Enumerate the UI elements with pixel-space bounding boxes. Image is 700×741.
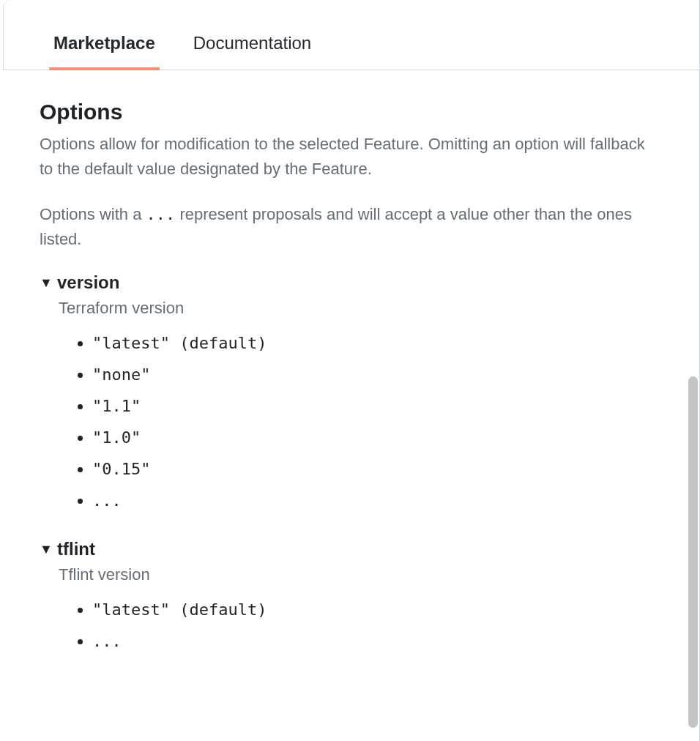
option-value-text: "0.15" bbox=[92, 460, 150, 478]
scrollbar-thumb[interactable] bbox=[688, 376, 698, 728]
content-area: Options Options allow for modification t… bbox=[0, 70, 699, 741]
desc2-pre: Options with a bbox=[40, 205, 146, 223]
tab-marketplace[interactable]: Marketplace bbox=[53, 20, 155, 70]
option-value-text: ... bbox=[92, 632, 122, 650]
tab-documentation[interactable]: Documentation bbox=[193, 20, 311, 70]
option-value: "latest" (default) bbox=[92, 328, 660, 360]
option-version-desc: Terraform version bbox=[59, 299, 660, 318]
option-value: "0.15" bbox=[92, 454, 660, 485]
page-root: Marketplace Documentation Options Option… bbox=[0, 0, 700, 741]
option-tflint-values: "latest" (default) ... bbox=[78, 595, 660, 658]
option-value: "latest" (default) bbox=[92, 595, 660, 626]
option-value: ... bbox=[92, 485, 660, 517]
option-value: "1.0" bbox=[92, 422, 660, 454]
option-value-text: "latest" bbox=[92, 600, 170, 619]
option-version-toggle[interactable]: ▼ version bbox=[40, 272, 660, 293]
tab-bar: Marketplace Documentation bbox=[3, 0, 699, 70]
option-tflint: ▼ tflint Tflint version "latest" (defaul… bbox=[40, 539, 660, 658]
desc2-code: ... bbox=[146, 205, 176, 223]
option-tflint-title: tflint bbox=[57, 539, 95, 559]
option-value: "none" bbox=[92, 360, 660, 391]
option-value-text: "latest" bbox=[92, 334, 170, 352]
option-version: ▼ version Terraform version "latest" (de… bbox=[40, 272, 660, 516]
option-version-title: version bbox=[57, 272, 119, 293]
triangle-down-icon: ▼ bbox=[40, 543, 51, 556]
option-value-text: ... bbox=[92, 491, 122, 510]
option-tflint-desc: Tflint version bbox=[59, 565, 660, 584]
option-value: "1.1" bbox=[92, 391, 660, 422]
option-version-values: "latest" (default) "none" "1.1" "1.0" "0… bbox=[78, 328, 660, 516]
option-value-text: "none" bbox=[92, 365, 150, 384]
option-value-text: "1.1" bbox=[92, 397, 141, 415]
option-value-suffix: (default) bbox=[170, 600, 267, 619]
option-value-text: "1.0" bbox=[92, 428, 141, 447]
section-title-options: Options bbox=[40, 100, 660, 124]
option-tflint-toggle[interactable]: ▼ tflint bbox=[40, 539, 660, 559]
option-value-suffix: (default) bbox=[170, 334, 267, 352]
scrollbar-track[interactable] bbox=[688, 0, 699, 741]
triangle-down-icon: ▼ bbox=[40, 276, 51, 289]
option-value: ... bbox=[92, 626, 660, 658]
options-description-2: Options with a ... represent proposals a… bbox=[40, 202, 647, 252]
options-description-1: Options allow for modification to the se… bbox=[40, 132, 647, 182]
